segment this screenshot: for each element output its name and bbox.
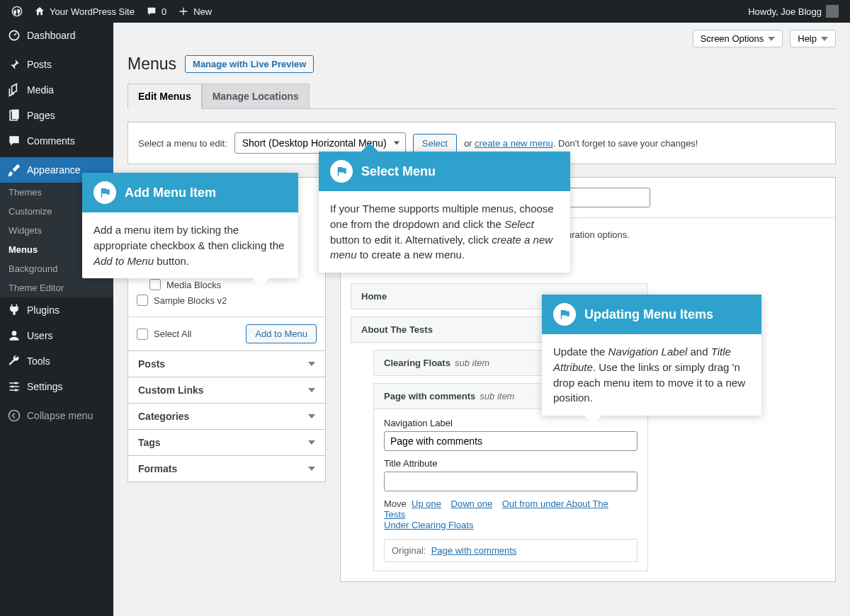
tabs: Edit Menus Manage Locations (128, 84, 836, 109)
collapse-icon (7, 409, 21, 423)
accordion-posts[interactable]: Posts (128, 351, 325, 377)
chevron-down-icon (308, 440, 315, 445)
flag-icon (553, 303, 576, 326)
flag-icon (330, 160, 353, 183)
sidebar-item-dashboard[interactable]: Dashboard (0, 23, 113, 48)
comment-icon (146, 6, 157, 17)
sidebar-item-media[interactable]: Media (0, 77, 113, 103)
add-to-menu-button[interactable]: Add to Menu (246, 324, 317, 343)
accordion-tags[interactable]: Tags (128, 430, 325, 455)
svg-point-6 (11, 385, 13, 387)
cb-sample-blocks-v2[interactable]: Sample Blocks v2 (137, 292, 317, 308)
wrench-icon (7, 354, 21, 368)
chevron-down-icon (768, 37, 775, 41)
live-preview-button[interactable]: Manage with Live Preview (185, 55, 314, 73)
chevron-down-icon (308, 388, 315, 392)
create-new-menu-link[interactable]: create a new menu (475, 138, 553, 149)
sub-theme-editor[interactable]: Theme Editor (0, 278, 113, 297)
tab-manage-locations[interactable]: Manage Locations (202, 84, 310, 109)
move-up-one[interactable]: Up one (412, 498, 441, 509)
help-button[interactable]: Help (790, 30, 836, 47)
accordion-formats[interactable]: Formats (128, 456, 325, 481)
move-row: Move Up one Down one Out from under Abou… (384, 498, 638, 530)
user-icon (7, 329, 21, 343)
dashboard-icon (7, 28, 21, 42)
chevron-down-icon (821, 37, 828, 41)
flag-icon (94, 181, 116, 204)
account-link[interactable]: Howdy, Joe Blogg (742, 5, 844, 18)
new-label: New (193, 6, 212, 17)
comment-icon (7, 134, 21, 148)
sliders-icon (7, 380, 21, 394)
cb-media-blocks[interactable]: Media Blocks (137, 277, 317, 292)
menu-select[interactable]: Short (Desktop Horizontal Menu) (234, 132, 406, 154)
sidebar-item-settings[interactable]: Settings (0, 374, 113, 399)
pin-icon (7, 57, 21, 72)
svg-point-7 (15, 389, 17, 391)
page-title: Menus (128, 55, 176, 74)
original-page-link[interactable]: Page with comments (431, 545, 517, 556)
new-link[interactable]: New (172, 0, 217, 23)
screen-options-button[interactable]: Screen Options (693, 30, 783, 47)
wordpress-icon (11, 6, 23, 17)
callout-add-menu-item: Add Menu Item Add a menu item by ticking… (82, 173, 298, 278)
title-attr-label: Title Attribute (384, 458, 638, 469)
select-all[interactable]: Select All (137, 326, 191, 342)
chevron-down-icon (308, 414, 315, 418)
nav-label-input[interactable] (384, 431, 638, 451)
original-link-row: Original: Page with comments (384, 539, 638, 562)
sidebar-item-posts[interactable]: Posts (0, 52, 113, 77)
admin-sidebar: Dashboard Posts Media Pages Comments App… (0, 23, 113, 616)
move-under-clearing[interactable]: Under Clearing Floats (384, 520, 473, 530)
callout-select-menu: Select Menu If your Theme supports multi… (319, 152, 570, 273)
accordion-custom-links[interactable]: Custom Links (128, 377, 325, 403)
svg-point-5 (15, 382, 17, 384)
svg-rect-3 (12, 110, 19, 119)
plus-icon (178, 6, 189, 17)
comments-link[interactable]: 0 (140, 0, 172, 23)
wp-logo[interactable] (6, 0, 28, 23)
svg-point-4 (12, 331, 17, 336)
sidebar-item-plugins[interactable]: Plugins (0, 297, 113, 323)
svg-point-8 (9, 411, 20, 421)
sidebar-item-comments[interactable]: Comments (0, 128, 113, 154)
move-down-one[interactable]: Down one (451, 498, 493, 509)
comment-count: 0 (162, 6, 166, 17)
media-icon (7, 83, 21, 97)
admin-toolbar: Your WordPress Site 0 New Howdy, Joe Blo… (0, 0, 850, 23)
sidebar-item-pages[interactable]: Pages (0, 103, 113, 128)
chevron-down-icon (308, 362, 315, 366)
select-button[interactable]: Select (413, 134, 457, 153)
select-menu-label: Select a menu to edit: (138, 138, 227, 149)
page-icon (7, 108, 21, 122)
accordion-categories[interactable]: Categories (128, 404, 325, 429)
title-attr-input[interactable] (384, 472, 638, 491)
callout-updating-menu-items: Updating Menu Items Update the Navigatio… (542, 295, 761, 416)
plug-icon (7, 303, 21, 317)
brush-icon (7, 163, 21, 177)
site-name: Your WordPress Site (50, 6, 135, 17)
howdy-text: Howdy, Joe Blogg (748, 6, 822, 17)
sidebar-item-users[interactable]: Users (0, 323, 113, 348)
home-icon (34, 6, 45, 17)
tab-edit-menus[interactable]: Edit Menus (128, 84, 202, 109)
avatar (826, 5, 839, 18)
sidebar-item-tools[interactable]: Tools (0, 348, 113, 374)
chevron-down-icon (308, 467, 315, 471)
site-link[interactable]: Your WordPress Site (28, 0, 140, 23)
collapse-menu[interactable]: Collapse menu (0, 403, 113, 428)
